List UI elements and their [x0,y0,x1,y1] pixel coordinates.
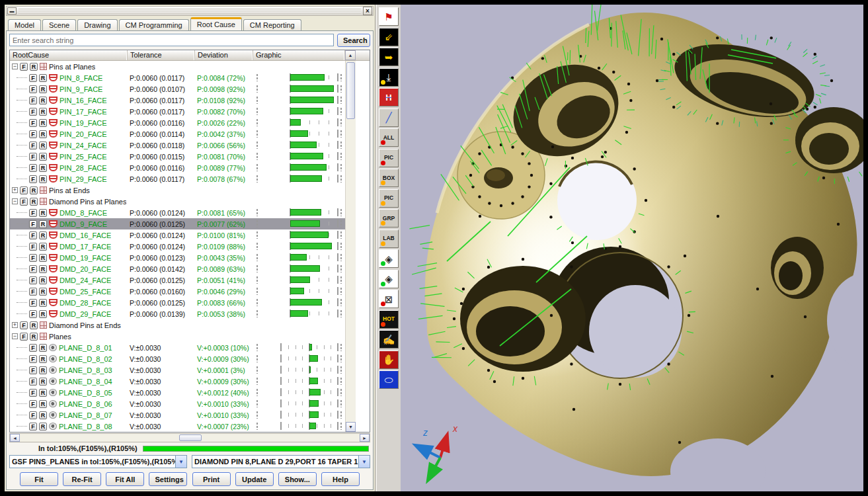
flag-pick-icon[interactable]: PIC [379,189,399,208]
tab-cm-programming[interactable]: CM Programming [119,19,189,30]
r-toggle-button[interactable]: R [39,209,47,217]
tree-item-row[interactable]: FRPLANE_D_8_04V:±0.0030V:+0.0009 (30%) [10,376,345,387]
probe-dish-icon[interactable]: ⬭ [379,370,399,389]
tree-item-row[interactable]: FRPIN_8_FACEP:0.0060 (0.0117)P:0.0084 (7… [10,72,345,83]
search-button[interactable]: Search [337,34,370,47]
tree-item-row[interactable]: FRPIN_17_FACEP:0.0060 (0.0117)P:0.0082 (… [10,106,345,117]
tree-item-row[interactable]: FRDMD_9_FACEP:0.0060 (0.0125)P:0.0077 (6… [10,218,345,229]
r-toggle-button[interactable]: R [30,333,38,341]
tree-group-row[interactable]: −FRPlanes [10,331,345,342]
column-header-deviation[interactable]: Deviation [195,50,253,60]
tab-model[interactable]: Model [8,19,41,30]
r-toggle-button[interactable]: R [39,310,47,318]
settings-button[interactable]: Settings [149,472,187,486]
inspect-plan-icon[interactable]: ◈ [379,249,399,268]
f-toggle-button[interactable]: F [29,310,37,318]
tree-item-row[interactable]: FRPLANE_D_8_07V:±0.0030V:+0.0010 (33%) [10,409,345,421]
r-toggle-button[interactable]: R [39,400,47,408]
f-toggle-button[interactable]: F [29,299,37,307]
tree-item-row[interactable]: FRDMD_8_FACEP:0.0060 (0.0124)P:0.0081 (6… [10,207,345,218]
r-toggle-button[interactable]: R [39,288,47,296]
column-header-tolerance[interactable]: Tolerance [128,50,195,60]
r-toggle-button[interactable]: R [39,74,47,82]
f-toggle-button[interactable]: F [29,400,37,408]
f-toggle-button[interactable]: F [29,265,37,273]
expander-toggle[interactable]: − [12,333,18,339]
vertical-scrollbar[interactable]: ▼ [345,61,356,432]
tree-item-row[interactable]: FRDMD_25_FACEP:0.0060 (0.0160)P:0.0046 (… [10,286,345,297]
f-toggle-button[interactable]: F [20,186,28,194]
search-input[interactable] [9,34,334,46]
f-toggle-button[interactable]: F [29,108,37,116]
expander-toggle[interactable]: + [12,322,18,328]
flag-label-icon[interactable]: LAB [379,229,399,248]
r-toggle-button[interactable]: R [39,366,47,374]
hot-spots-icon[interactable]: HOT [379,310,399,329]
select-pick-icon[interactable]: PIC [379,149,399,167]
tree-item-row[interactable]: FRPIN_24_FACEP:0.0060 (0.0118)P:0.0066 (… [10,140,345,151]
show-button[interactable]: Show... [278,472,317,486]
close-icon[interactable]: × [363,7,372,15]
vertical-scroll-thumb[interactable] [346,62,355,119]
tree-group-row[interactable]: −FRDiamond Pins at Planes [10,196,345,207]
fit-window-icon[interactable]: ⊠ [379,290,399,308]
f-toggle-button[interactable]: F [20,321,28,329]
print-button[interactable]: Print [192,472,231,486]
r-toggle-button[interactable]: R [39,231,47,239]
f-toggle-button[interactable]: F [29,175,37,183]
mark-hand-icon[interactable]: ✍ [379,330,399,349]
f-toggle-button[interactable]: F [29,355,37,363]
f-toggle-button[interactable]: F [29,130,37,138]
f-toggle-button[interactable]: F [29,119,37,127]
r-toggle-button[interactable]: R [30,63,38,71]
tree-group-row[interactable]: +FRPins at Ends [10,185,345,196]
r-toggle-button[interactable]: R [39,153,47,161]
r-toggle-button[interactable]: R [39,265,47,273]
tree-item-row[interactable]: FRDMD_17_FACEP:0.0060 (0.0124)P:0.0109 (… [10,241,345,252]
r-toggle-button[interactable]: R [39,108,47,116]
f-toggle-button[interactable]: F [29,378,37,386]
scroll-right-icon[interactable]: ► [360,434,370,442]
hide-h-icon[interactable]: H [379,88,399,106]
f-toggle-button[interactable]: F [29,164,37,172]
r-toggle-button[interactable]: R [30,321,38,329]
column-header-graphic[interactable]: Graphic [253,50,345,60]
tree-item-row[interactable]: FRPIN_28_FACEP:0.0060 (0.0116)P:0.0089 (… [10,162,345,173]
titlebar-grip[interactable] [19,8,361,14]
f-toggle-button[interactable]: F [29,231,37,239]
tree-group-row[interactable]: −FRPins at Planes [10,61,345,72]
f-toggle-button[interactable]: F [29,209,37,217]
r-toggle-button[interactable]: R [39,299,47,307]
flag-group-icon[interactable]: GRP [379,209,399,227]
update-button[interactable]: Update [235,472,274,486]
r-toggle-button[interactable]: R [39,254,47,262]
tree-item-row[interactable]: FRPIN_9_FACEP:0.0060 (0.0107)P:0.0098 (9… [10,83,345,95]
f-toggle-button[interactable]: F [20,333,28,341]
f-toggle-button[interactable]: F [20,198,28,206]
feature-set-dropdown[interactable]: DIAMOND PIN 8,PLANE D 29,PORT 16 TAPER 1… [192,455,370,468]
expander-toggle[interactable]: − [12,198,18,204]
column-header-rootcause[interactable]: RootCause [10,50,128,60]
f-toggle-button[interactable]: F [29,74,37,82]
f-toggle-button[interactable]: F [29,142,37,149]
r-toggle-button[interactable]: R [39,389,47,397]
f-toggle-button[interactable]: F [29,288,37,296]
cad-scene[interactable]: x z y [401,5,863,491]
f-toggle-button[interactable]: F [29,153,37,161]
f-toggle-button[interactable]: F [29,243,37,251]
tree-item-row[interactable]: FRDMD_24_FACEP:0.0060 (0.0125)P:0.0051 (… [10,274,345,286]
tree-item-row[interactable]: FRDMD_16_FACEP:0.0060 (0.0124)P:0.0100 (… [10,229,345,241]
r-toggle-button[interactable]: R [39,378,47,386]
r-toggle-button[interactable]: R [30,186,38,194]
f-toggle-button[interactable]: F [29,220,37,228]
help-button[interactable]: Help [321,472,360,486]
r-toggle-button[interactable]: R [39,243,47,251]
tree-item-row[interactable]: FRPLANE_D_8_02V:±0.0030V:+0.0009 (30%) [10,353,345,364]
f-toggle-button[interactable]: F [29,254,37,262]
tree-item-row[interactable]: FRDMD_28_FACEP:0.0060 (0.0125)P:0.0083 (… [10,297,345,308]
f-toggle-button[interactable]: F [29,344,37,352]
expander-toggle[interactable]: − [12,63,18,69]
chevron-down-icon[interactable]: ▼ [358,456,370,468]
tree-item-row[interactable]: FRPIN_20_FACEP:0.0060 (0.0114)P:0.0042 (… [10,128,345,140]
f-toggle-button[interactable]: F [29,366,37,374]
